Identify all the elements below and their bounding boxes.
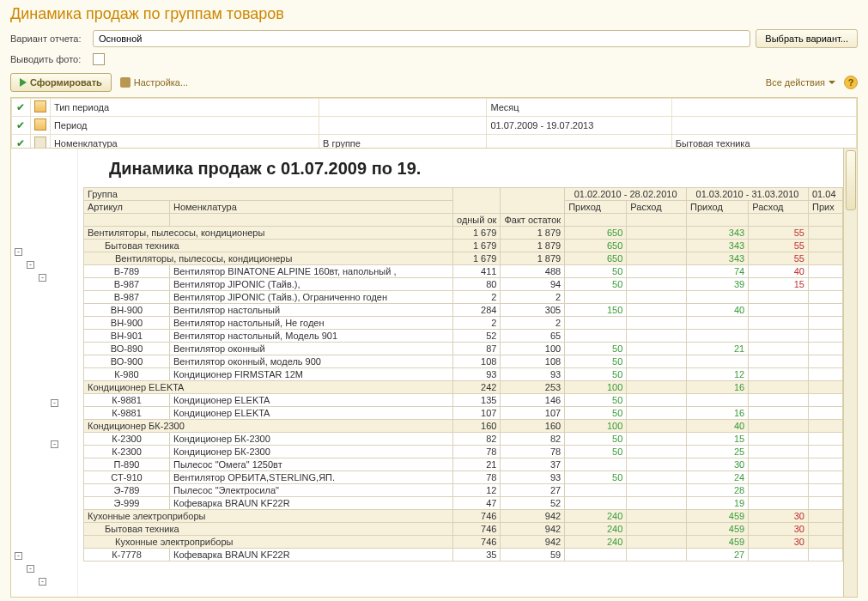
calendar-icon <box>34 118 46 131</box>
row-article: В-987 <box>84 291 170 304</box>
filter-val2[interactable] <box>671 117 856 135</box>
generate-button[interactable]: Сформировать <box>10 73 112 92</box>
scrollbar-thumb[interactable] <box>846 150 856 210</box>
row-article: К-2300 <box>84 433 170 446</box>
cell: 488 <box>501 265 565 278</box>
cell-out <box>627 355 687 368</box>
cell: 59 <box>501 549 565 562</box>
tree-toggle[interactable]: - <box>27 565 34 573</box>
table-row: ВО-900Вентилятор оконный, модель 9001081… <box>84 355 843 368</box>
filter-label[interactable]: Тип периода <box>50 99 319 117</box>
cell: 100 <box>501 343 565 355</box>
all-actions-dropdown[interactable]: Все действия <box>766 77 835 88</box>
table-row: К-2300Кондиционер БК-230082825015 <box>84 433 843 446</box>
cell-out <box>749 343 809 355</box>
row-name: Вентилятор JIPONIC (Тайв.), <box>170 278 453 291</box>
page-title: Динамика продаж по группам товаров <box>0 0 868 27</box>
tree-toggle[interactable]: - <box>39 274 46 282</box>
cell <box>809 227 843 240</box>
filter-cond[interactable] <box>319 99 486 117</box>
filter-val[interactable]: Месяц <box>487 99 671 117</box>
cell-out <box>749 291 809 304</box>
cell-out <box>627 497 687 510</box>
tree-toggle[interactable]: - <box>15 248 22 256</box>
filter-cond[interactable] <box>319 117 486 135</box>
table-row: Бытовая техника1 6791 87965034355 <box>84 240 843 252</box>
cell-out <box>627 304 687 317</box>
cell-in: 28 <box>687 484 749 497</box>
filter-label[interactable]: Период <box>50 117 319 135</box>
row-name: Бытовая техника <box>84 240 453 252</box>
cell: 2 <box>501 317 565 330</box>
cell: 942 <box>501 536 565 549</box>
cell-in: 21 <box>687 343 749 355</box>
cell-in: 25 <box>687 446 749 458</box>
row-name: Вентилятор JIPONIC (Тайв.), Ограниченно … <box>170 291 453 304</box>
row-name: Вентилятор настольный, Не годен <box>170 317 453 330</box>
cell: 746 <box>453 523 501 536</box>
table-row: В-789Вентилятор BINATONE ALPINE 160вт, н… <box>84 265 843 278</box>
check-icon[interactable]: ✔ <box>16 101 25 113</box>
cell-out <box>627 240 687 252</box>
cell <box>809 278 843 291</box>
cell-in <box>565 549 627 562</box>
cell-in <box>565 291 627 304</box>
row-name: Вентиляторы, пылесосы, кондиционеры <box>84 252 453 265</box>
cell: 1 879 <box>501 252 565 265</box>
cell-out <box>627 291 687 304</box>
cell: 1 879 <box>501 227 565 240</box>
cell: 107 <box>453 407 501 420</box>
check-icon[interactable]: ✔ <box>16 119 25 131</box>
cell-in: 459 <box>687 510 749 523</box>
cell <box>809 330 843 343</box>
cell-in: 50 <box>565 368 627 381</box>
cell <box>809 304 843 317</box>
cell-out <box>749 330 809 343</box>
cell <box>809 458 843 471</box>
cell-out <box>749 381 809 394</box>
cell-in: 50 <box>565 471 627 484</box>
settings-link[interactable]: Настройка... <box>120 77 188 88</box>
table-row: В-987Вентилятор JIPONIC (Тайв.), Огранич… <box>84 291 843 304</box>
vertical-scrollbar[interactable] <box>843 149 857 597</box>
row-article: В-987 <box>84 278 170 291</box>
cell-out: 55 <box>749 240 809 252</box>
settings-label: Настройка... <box>134 77 188 88</box>
cell-in: 50 <box>565 446 627 458</box>
cell <box>809 407 843 420</box>
table-row: К-7778Кофеварка BRAUN KF22R355927 <box>84 549 843 562</box>
cell-in: 27 <box>687 549 749 562</box>
cell-out <box>627 510 687 523</box>
help-icon[interactable]: ? <box>844 76 858 89</box>
filter-val2[interactable] <box>671 99 856 117</box>
cell <box>809 446 843 458</box>
tree-toggle[interactable]: - <box>39 578 46 586</box>
cell-in: 100 <box>565 381 627 394</box>
tree-toggle[interactable]: - <box>27 261 34 269</box>
cell-in <box>565 497 627 510</box>
cell-in: 74 <box>687 265 749 278</box>
cell-out: 55 <box>749 252 809 265</box>
tree-toggle[interactable]: - <box>51 399 58 407</box>
row-article: ВН-900 <box>84 317 170 330</box>
photo-checkbox[interactable] <box>93 53 105 65</box>
cell: 80 <box>453 278 501 291</box>
variant-input[interactable] <box>93 30 750 47</box>
cell-out <box>627 484 687 497</box>
row-name: Кондиционер ELEKTA <box>170 394 453 407</box>
cell: 65 <box>501 330 565 343</box>
cell <box>809 317 843 330</box>
table-row: П-890Пылесос "Омега" 1250вт213730 <box>84 458 843 471</box>
cell-out <box>627 278 687 291</box>
filter-val[interactable]: 01.07.2009 - 19.07.2013 <box>487 117 671 135</box>
cell-out: 15 <box>749 278 809 291</box>
tree-toggle[interactable]: - <box>51 440 58 448</box>
table-row: Э-999Кофеварка BRAUN KF22R475219 <box>84 497 843 510</box>
table-row: ВН-900Вентилятор настольный28430515040 <box>84 304 843 317</box>
tree-toggle[interactable]: - <box>15 552 22 560</box>
select-variant-button[interactable]: Выбрать вариант... <box>756 29 858 48</box>
cell: 52 <box>501 497 565 510</box>
row-article: К-980 <box>84 368 170 381</box>
cell-out <box>627 471 687 484</box>
cell-out <box>627 536 687 549</box>
